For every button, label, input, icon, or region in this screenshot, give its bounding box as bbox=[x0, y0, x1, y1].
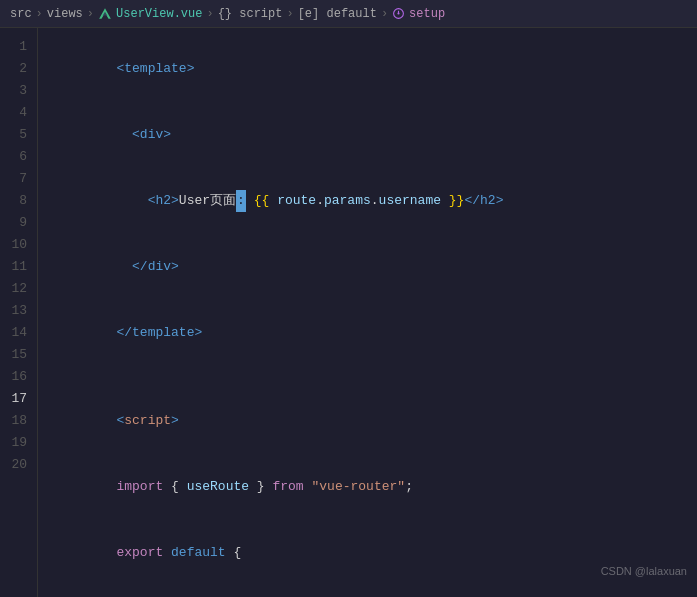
breadcrumb-bar: src › views › UserView.vue › {} script ›… bbox=[0, 0, 697, 28]
code-content[interactable]: <template> <div> <h2>User页面: {{ route.pa… bbox=[38, 28, 697, 597]
editor-container: src › views › UserView.vue › {} script ›… bbox=[0, 0, 697, 597]
code-line-2: <div> bbox=[54, 102, 697, 168]
line-num-1: 1 bbox=[0, 36, 37, 58]
breadcrumb-src: src bbox=[10, 7, 32, 21]
line-num-19: 19 bbox=[0, 432, 37, 454]
breadcrumb-filename: UserView.vue bbox=[116, 7, 202, 21]
line-num-10: 10 bbox=[0, 234, 37, 256]
line-num-17: 17 bbox=[0, 388, 37, 410]
code-line-3: <h2>User页面: {{ route.params.username }}<… bbox=[54, 168, 697, 234]
line-num-5: 5 bbox=[0, 124, 37, 146]
line-num-18: 18 bbox=[0, 410, 37, 432]
line-num-6: 6 bbox=[0, 146, 37, 168]
code-line-5: </template> bbox=[54, 300, 697, 366]
setup-icon bbox=[392, 7, 405, 20]
code-line-9: export default { bbox=[54, 520, 697, 586]
line-num-12: 12 bbox=[0, 278, 37, 300]
line-num-4: 4 bbox=[0, 102, 37, 124]
line-num-20: 20 bbox=[0, 454, 37, 476]
code-line-6 bbox=[54, 366, 697, 388]
line-num-11: 11 bbox=[0, 256, 37, 278]
code-line-8: import { useRoute } from "vue-router"; bbox=[54, 454, 697, 520]
line-num-9: 9 bbox=[0, 212, 37, 234]
code-line-10: created() { bbox=[54, 586, 697, 597]
line-num-8: 8 bbox=[0, 190, 37, 212]
breadcrumb-setup: setup bbox=[409, 7, 445, 21]
line-num-2: 2 bbox=[0, 58, 37, 80]
vue-logo-icon bbox=[98, 7, 112, 21]
line-num-15: 15 bbox=[0, 344, 37, 366]
line-num-3: 3 bbox=[0, 80, 37, 102]
breadcrumb-script: {} script bbox=[218, 7, 283, 21]
breadcrumb-default: [e] default bbox=[298, 7, 377, 21]
line-numbers: 1 2 3 4 5 6 7 8 9 10 11 12 13 14 15 16 1… bbox=[0, 28, 38, 597]
line-num-7: 7 bbox=[0, 168, 37, 190]
line-num-13: 13 bbox=[0, 300, 37, 322]
svg-point-2 bbox=[398, 12, 400, 14]
line-num-16: 16 bbox=[0, 366, 37, 388]
code-line-7: <script> bbox=[54, 388, 697, 454]
code-area: 1 2 3 4 5 6 7 8 9 10 11 12 13 14 15 16 1… bbox=[0, 28, 697, 597]
breadcrumb-views: views bbox=[47, 7, 83, 21]
code-line-1: <template> bbox=[54, 36, 697, 102]
line-num-14: 14 bbox=[0, 322, 37, 344]
code-line-4: </div> bbox=[54, 234, 697, 300]
